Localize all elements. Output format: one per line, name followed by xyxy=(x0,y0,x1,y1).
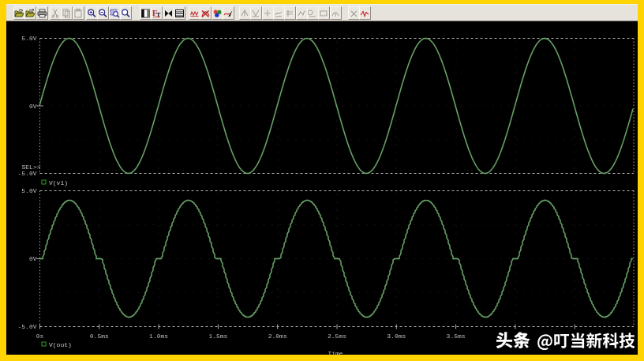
svg-text:0.5ms: 0.5ms xyxy=(90,333,109,340)
svg-text:-5.0V: -5.0V xyxy=(17,323,36,330)
svg-text:5.0V: 5.0V xyxy=(21,35,36,42)
svg-text:SEL>>: SEL>> xyxy=(21,164,40,171)
svg-text:V(out): V(out) xyxy=(49,341,72,348)
svg-text:1.5ms: 1.5ms xyxy=(208,333,227,340)
svg-text:1.0ms: 1.0ms xyxy=(149,333,168,340)
svg-text:0V: 0V xyxy=(29,103,37,110)
svg-text:2.5ms: 2.5ms xyxy=(328,333,346,340)
svg-text:0V: 0V xyxy=(29,255,37,262)
svg-text:V(v1): V(v1) xyxy=(49,179,68,186)
svg-text:Time: Time xyxy=(328,350,343,355)
svg-text:5.0V: 5.0V xyxy=(21,187,36,194)
svg-text:3.5ms: 3.5ms xyxy=(447,333,466,340)
svg-text:0s: 0s xyxy=(36,333,44,340)
svg-text:3.0ms: 3.0ms xyxy=(387,333,406,340)
svg-text:-5.0V: -5.0V xyxy=(17,170,36,177)
svg-text:2.0ms: 2.0ms xyxy=(268,333,287,340)
